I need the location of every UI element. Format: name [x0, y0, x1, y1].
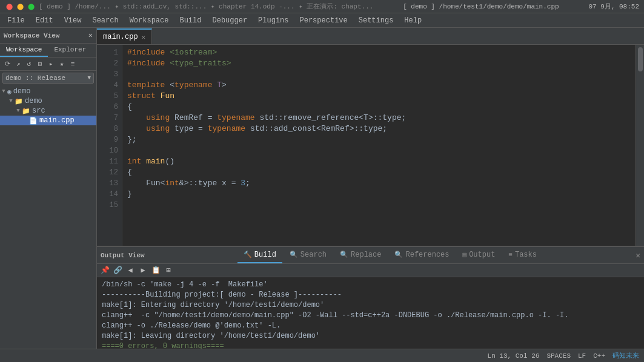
status-encoding[interactable]: C++	[593, 352, 605, 360]
output-link-btn[interactable]: 🔗	[112, 265, 123, 276]
tab-workspace[interactable]: Workspace	[0, 44, 48, 57]
output-view-close[interactable]: ✕	[636, 251, 640, 260]
build-tab-label: Build	[254, 251, 276, 259]
workspace-panel-header: Workspace View ✕	[0, 28, 96, 44]
output-view-title: Output View	[101, 252, 145, 259]
output-tab-build[interactable]: 🔨 Build	[237, 248, 282, 263]
folder-demo-icon: 📁	[15, 97, 23, 105]
system-time: 07 9月, 08:52	[588, 2, 639, 11]
output-copy-btn[interactable]: 📋	[150, 265, 161, 276]
code-content[interactable]: #include <iostream> #include <type_trait…	[122, 45, 636, 246]
tree-item-project[interactable]: ▼ ◉ demo	[0, 87, 96, 96]
tasks-tab-icon: ≡	[508, 251, 513, 258]
output-line-4: clang++ -c "/home/test1/demo/demo/main.c…	[102, 311, 639, 321]
build-config-dropdown[interactable]: demo :: Release ▼	[2, 73, 94, 84]
output-line-3: make[1]: Entering directory '/home/test1…	[102, 300, 639, 311]
menu-file[interactable]: File	[2, 15, 30, 26]
menu-perspective[interactable]: Perspective	[295, 15, 353, 26]
output-tab-replace[interactable]: 🔍 Replace	[334, 248, 387, 263]
window-right-title: [ demo ] /home/test1/demo/demo/main.cpp	[403, 3, 559, 10]
status-spaces[interactable]: SPACES	[546, 352, 571, 360]
scroll-thumb[interactable]	[638, 47, 643, 71]
menu-debugger[interactable]: Debugger	[207, 15, 252, 26]
tree-arrow-project: ▼	[0, 88, 7, 94]
tab-explorer[interactable]: Explorer	[48, 44, 92, 57]
output-tab-tasks[interactable]: ≡ Tasks	[502, 248, 543, 263]
output-tab-label: Output	[469, 251, 495, 259]
main-container: Workspace View ✕ Workspace Explorer ⟳ ↗ …	[0, 28, 644, 349]
status-line-col[interactable]: Ln 13, Col 26	[488, 352, 540, 360]
menu-plugins[interactable]: Plugins	[253, 15, 293, 26]
output-tab-search[interactable]: 🔍 Search	[284, 248, 333, 263]
tab-filename: main.cpp	[103, 33, 138, 41]
editor-tab-main-cpp[interactable]: main.cpp ✕	[97, 28, 152, 44]
output-header: Output View 🔨 Build 🔍 Search 🔍 Replace	[97, 247, 644, 264]
editor-area: main.cpp ✕ 1 2 3 4 5 6 7 8 9 10 11 12 13	[97, 28, 644, 349]
output-line-1: /bin/sh -c 'make -j 4 -e -f Makefile'	[102, 280, 639, 290]
tree-arrow-demo-folder: ▼	[7, 98, 15, 104]
replace-tab-icon: 🔍	[340, 251, 348, 258]
folder-src-label: src	[32, 107, 45, 115]
tree-item-main-cpp[interactable]: 📄 main.cpp	[0, 116, 96, 125]
output-line-6: make[1]: Leaving directory '/home/test1/…	[102, 331, 639, 341]
status-line-ending[interactable]: LF	[578, 352, 586, 360]
window-controls[interactable]: ⬤ ⬤ ⬤	[5, 2, 35, 11]
tasks-tab-label: Tasks	[515, 251, 537, 259]
output-next-btn[interactable]: ▶	[138, 265, 148, 276]
output-toolbar: 📌 🔗 ◀ ▶ 📋 ⊞	[97, 264, 644, 277]
file-cpp-icon: 📄	[29, 117, 38, 125]
scroll-gutter[interactable]	[636, 45, 644, 246]
line-numbers: 1 2 3 4 5 6 7 8 9 10 11 12 13 14 15	[97, 45, 122, 246]
output-prev-btn[interactable]: ◀	[125, 265, 136, 276]
menu-edit[interactable]: Edit	[31, 15, 58, 26]
toolbar-btn-5[interactable]: ▸	[46, 59, 56, 69]
tab-close-btn[interactable]: ✕	[142, 33, 146, 41]
output-view: Output View 🔨 Build 🔍 Search 🔍 Replace	[97, 246, 644, 349]
output-line-7: ====0 errors, 0 warnings====	[102, 341, 639, 349]
project-icon: ◉	[7, 88, 12, 96]
toolbar-btn-7[interactable]: ≡	[68, 59, 78, 69]
output-grid-btn[interactable]: ⊞	[163, 265, 174, 276]
menu-help[interactable]: Help	[399, 15, 427, 26]
toolbar-btn-3[interactable]: ↺	[24, 59, 34, 69]
menu-workspace[interactable]: Workspace	[125, 15, 174, 26]
output-line-5: clang++ -o ./Release/demo @'demo.txt' -L…	[102, 321, 639, 331]
workspace-panel-close[interactable]: ✕	[88, 31, 93, 40]
folder-src-icon: 📁	[22, 107, 30, 115]
tree-arrow-src: ▼	[15, 108, 22, 114]
toolbar-btn-1[interactable]: ⟳	[2, 59, 12, 69]
tree-item-folder-src[interactable]: ▼ 📁 src	[0, 106, 96, 116]
output-tab-icon: ▤	[463, 251, 467, 258]
workspace-panel: Workspace View ✕ Workspace Explorer ⟳ ↗ …	[0, 28, 97, 349]
code-editor[interactable]: 1 2 3 4 5 6 7 8 9 10 11 12 13 14 15 #inc…	[97, 45, 644, 246]
status-bar: Ln 13, Col 26 SPACES LF C++ 码知未来	[0, 349, 644, 362]
menu-search[interactable]: Search	[87, 15, 123, 26]
output-tab-references[interactable]: 🔍 References	[388, 248, 455, 263]
output-content: /bin/sh -c 'make -j 4 -e -f Makefile' --…	[97, 277, 644, 349]
output-pin-btn[interactable]: 📌	[99, 265, 110, 276]
build-config-label: demo :: Release	[5, 74, 65, 82]
references-tab-label: References	[405, 251, 449, 259]
menu-settings[interactable]: Settings	[354, 15, 399, 26]
tree-item-folder-demo[interactable]: ▼ 📁 demo	[0, 96, 96, 106]
output-line-2: ----------Building project:[ demo - Rele…	[102, 290, 639, 300]
project-label: demo	[13, 87, 31, 96]
workspace-toolbar: ⟳ ↗ ↺ ⊡ ▸ ★ ≡	[0, 58, 96, 71]
dropdown-arrow-icon: ▼	[88, 75, 91, 81]
folder-demo-label: demo	[25, 97, 42, 105]
window-title: [ demo ] /home/... ✦ std::add_cv, std::.…	[39, 2, 373, 11]
toolbar-btn-2[interactable]: ↗	[13, 59, 23, 69]
tab-bar: main.cpp ✕	[97, 28, 644, 45]
toolbar-btn-6[interactable]: ★	[57, 59, 67, 69]
status-watermark: 码知未来	[612, 351, 639, 360]
output-tabs: 🔨 Build 🔍 Search 🔍 Replace 🔍 References	[237, 248, 543, 263]
toolbar-btn-4[interactable]: ⊡	[35, 59, 45, 69]
menu-build[interactable]: Build	[174, 15, 206, 26]
output-tab-output[interactable]: ▤ Output	[457, 248, 502, 263]
build-tab-icon: 🔨	[244, 251, 252, 258]
workspace-tabs: Workspace Explorer	[0, 44, 96, 58]
references-tab-icon: 🔍	[394, 251, 403, 258]
status-right: Ln 13, Col 26 SPACES LF C++ 码知未来	[488, 351, 639, 360]
menu-view[interactable]: View	[59, 15, 87, 26]
workspace-panel-title: Workspace View	[4, 32, 59, 39]
